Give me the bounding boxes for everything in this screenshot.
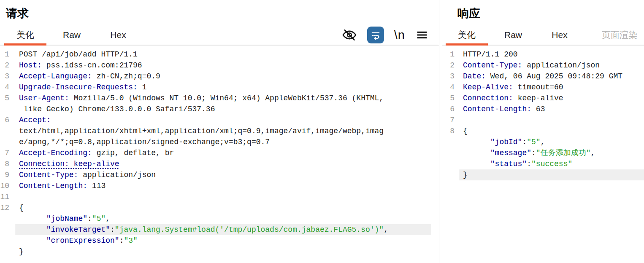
line-number: [442, 148, 459, 158]
code-text[interactable]: Content-Length: 113: [15, 180, 431, 191]
code-line: 11: [0, 191, 431, 202]
request-tabbar: 美化 Raw Hex \n: [0, 25, 439, 46]
line-number: [0, 213, 15, 224]
line-number: [0, 137, 15, 148]
code-text[interactable]: User-Agent: Mozilla/5.0 (Windows NT 10.0…: [15, 93, 431, 104]
tab-request-raw[interactable]: Raw: [51, 25, 93, 45]
code-text[interactable]: "invokeTarget":"java.lang.System#load('/…: [15, 224, 431, 235]
code-line: 1HTTP/1.1 200: [442, 49, 644, 60]
code-line: 6Content-Length: 63: [442, 104, 644, 115]
code-text[interactable]: Accept-Encoding: gzip, deflate, br: [15, 148, 431, 158]
code-text[interactable]: HTTP/1.1 200: [459, 49, 644, 60]
response-tabbar: 美化 Raw Hex 页面渲染: [442, 25, 644, 46]
code-text[interactable]: Upgrade-Insecure-Requests: 1: [15, 82, 431, 93]
code-text[interactable]: Accept:: [15, 115, 431, 126]
tab-response-raw[interactable]: Raw: [492, 25, 534, 45]
tab-response-pretty[interactable]: 美化: [446, 25, 488, 45]
line-number: [0, 246, 15, 257]
code-line: "invokeTarget":"java.lang.System#load('/…: [0, 224, 431, 235]
code-text[interactable]: Date: Wed, 06 Aug 2025 09:48:29 GMT: [459, 71, 644, 82]
line-number: 2: [442, 60, 459, 71]
request-panel-title: 请求: [0, 0, 439, 25]
word-wrap-icon[interactable]: [367, 27, 384, 43]
code-line: 12{: [0, 202, 431, 213]
code-line: 7Accept-Encoding: gzip, deflate, br: [0, 148, 431, 158]
code-text[interactable]: [15, 191, 431, 202]
code-text[interactable]: like Gecko) Chrome/133.0.0.0 Safari/537.…: [15, 104, 431, 115]
request-panel: 请求 美化 Raw Hex \n: [0, 0, 439, 263]
newline-literal-icon[interactable]: \n: [394, 28, 405, 42]
code-text[interactable]: [459, 115, 644, 126]
code-text[interactable]: {: [15, 202, 431, 213]
code-text[interactable]: "status":"success": [459, 158, 644, 169]
code-line: }: [0, 246, 431, 257]
tab-request-pretty[interactable]: 美化: [4, 25, 46, 45]
code-text[interactable]: Content-Type: application/json: [459, 60, 644, 71]
code-line: 4Upgrade-Insecure-Requests: 1: [0, 82, 431, 93]
code-line: "status":"success": [442, 158, 644, 169]
line-number: 2: [0, 60, 15, 71]
line-number: 3: [0, 71, 15, 82]
code-line: "cronExpression":"3": [0, 235, 431, 246]
line-number: [442, 137, 459, 148]
code-text[interactable]: }: [459, 169, 644, 180]
tab-request-hex[interactable]: Hex: [97, 25, 139, 45]
line-number: [442, 158, 459, 169]
panel-divider[interactable]: [439, 0, 442, 263]
code-line: 3Accept-Language: zh-CN,zh;q=0.9: [0, 71, 431, 82]
code-text[interactable]: Keep-Alive: timeout=60: [459, 82, 644, 93]
code-text[interactable]: "jobName":"5",: [15, 213, 431, 224]
code-line: "jobName":"5",: [0, 213, 431, 224]
line-number: [442, 169, 459, 180]
code-line: 10Content-Length: 113: [0, 180, 431, 191]
line-number: 7: [442, 115, 459, 126]
code-line: 2Host: pss.idss-cn.com:21796: [0, 60, 431, 71]
menu-icon[interactable]: [415, 28, 429, 42]
code-line: 7: [442, 115, 644, 126]
code-line: like Gecko) Chrome/133.0.0.0 Safari/537.…: [0, 104, 431, 115]
line-number: 4: [0, 82, 15, 93]
line-number: 5: [0, 93, 15, 104]
line-number: [0, 126, 15, 137]
code-text[interactable]: "message":"任务添加成功",: [459, 148, 644, 158]
line-number: [0, 235, 15, 246]
line-number: [0, 224, 15, 235]
line-number: 1: [0, 49, 15, 60]
code-line: "message":"任务添加成功",: [442, 148, 644, 158]
code-line: }: [442, 169, 644, 180]
eye-off-icon[interactable]: [342, 27, 357, 43]
line-number: 7: [0, 148, 15, 158]
request-editor[interactable]: 1POST /api/job/add HTTP/1.12Host: pss.id…: [0, 46, 431, 257]
code-text[interactable]: e/apng,*/*;q=0.8,application/signed-exch…: [15, 137, 431, 148]
response-panel: 响应 美化 Raw Hex 页面渲染 1HTTP/1.1 2002Content…: [442, 0, 644, 263]
code-text[interactable]: Content-Type: application/json: [15, 169, 431, 180]
code-text[interactable]: POST /api/job/add HTTP/1.1: [15, 49, 431, 60]
code-text[interactable]: Connection: keep-alive: [459, 93, 644, 104]
code-text[interactable]: Connection: keep-alive: [15, 158, 431, 169]
code-text[interactable]: "cronExpression":"3": [15, 235, 431, 246]
line-number: 6: [0, 115, 15, 126]
line-number: 4: [442, 82, 459, 93]
code-line: 1POST /api/job/add HTTP/1.1: [0, 49, 431, 60]
tab-response-render: 页面渲染: [602, 25, 637, 45]
code-text[interactable]: }: [15, 246, 431, 257]
code-text[interactable]: Host: pss.idss-cn.com:21796: [15, 60, 431, 71]
code-text[interactable]: text/html,application/xhtml+xml,applicat…: [15, 126, 431, 137]
code-line: 8Connection: keep-alive: [0, 158, 431, 169]
code-line: 5Connection: keep-alive: [442, 93, 644, 104]
response-editor[interactable]: 1HTTP/1.1 2002Content-Type: application/…: [442, 46, 644, 180]
code-line: 8{: [442, 126, 644, 137]
code-line: text/html,application/xhtml+xml,applicat…: [0, 126, 431, 137]
code-text[interactable]: {: [459, 126, 644, 137]
code-text[interactable]: "jobId":"5",: [459, 137, 644, 148]
line-number: 11: [0, 191, 15, 202]
code-line: e/apng,*/*;q=0.8,application/signed-exch…: [0, 137, 431, 148]
line-number: 8: [442, 126, 459, 137]
tab-response-hex[interactable]: Hex: [538, 25, 581, 45]
line-number: 10: [0, 180, 15, 191]
code-text[interactable]: Accept-Language: zh-CN,zh;q=0.9: [15, 71, 431, 82]
code-line: 6Accept:: [0, 115, 431, 126]
line-number: 1: [442, 49, 459, 60]
code-line: 3Date: Wed, 06 Aug 2025 09:48:29 GMT: [442, 71, 644, 82]
code-text[interactable]: Content-Length: 63: [459, 104, 644, 115]
